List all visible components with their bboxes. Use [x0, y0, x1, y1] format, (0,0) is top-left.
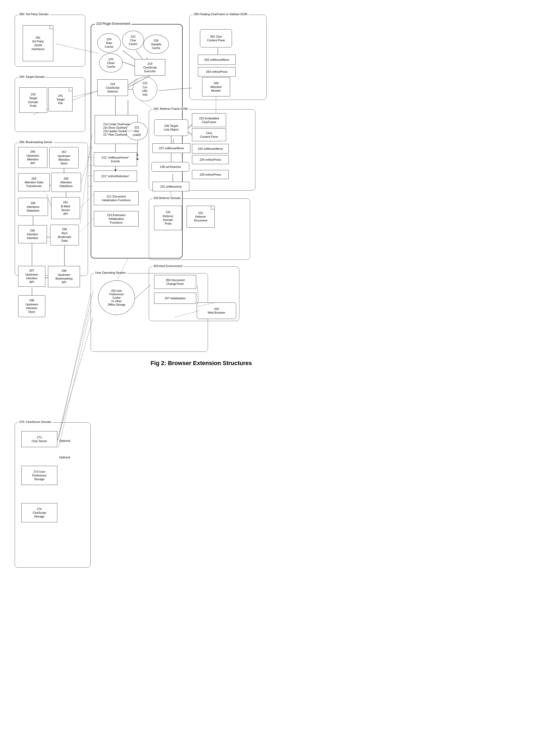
node-231-omou: 231 onMouseUp: [152, 182, 189, 191]
node-298: 298UpstreamIntentionStore: [18, 295, 45, 317]
node-266: 266UpstreamAttentionAPI: [18, 147, 47, 168]
node-218: 218ClueScriptSelector: [97, 79, 128, 96]
node-209: 209AttentionMonitor: [202, 77, 230, 97]
node-233: 233 onMouseMove: [192, 144, 229, 154]
node-299: 299UpstreamBookmarkingAPI: [48, 266, 80, 287]
referrer-domain-label: 230 Referrer Domain: [152, 197, 182, 200]
node-211: 211 DocumentInitialization Functions: [94, 191, 138, 205]
plugin-environment-label: 210 Plugin Environment: [95, 22, 131, 26]
node-239: 239 onKeyPress: [192, 170, 229, 179]
svg-line-22: [57, 317, 93, 440]
third-party-domain-label: 280: 3rd Party Domain: [18, 12, 50, 16]
node-294: 294IntentionsDatastore: [18, 198, 48, 216]
node-210-ext: 210 ExtensionInitialisationFunctions: [94, 211, 138, 227]
node-234: 234 onKeyPress: [192, 155, 229, 164]
node-241: 241TargetFile: [49, 87, 73, 111]
node-283: 283 onKeyPress: [198, 67, 236, 77]
node-213: 213 "onEndSelection": [94, 171, 137, 182]
node-231-ref: 231ReferrerDocument: [187, 206, 214, 228]
optional-label-2: Optional: [59, 456, 70, 459]
node-291: 291B.MarkServerAPI: [51, 197, 80, 219]
node-267: 267UpstreamAttentionStore: [49, 147, 79, 168]
node-204: 204 UserPreferencesCookieOr OtherOffline…: [98, 280, 135, 315]
node-296: 296RichBookmarkData: [50, 225, 79, 245]
node-226: 226VariableCache: [144, 35, 169, 54]
node-281-clue-content: 281 ClueContent Pane: [200, 29, 232, 47]
node-292: 292AttentionDataStore: [51, 173, 81, 192]
node-222: 222ClueCache: [122, 31, 144, 50]
node-207: 207 Initialisation: [154, 293, 196, 304]
node-233-ccp: ClueContent Pane: [192, 128, 226, 141]
node-282: 282 onMouseMove: [198, 55, 236, 65]
node-225: 225CleanCache: [99, 53, 123, 73]
node-236: 236 TargetLink Object: [154, 120, 188, 136]
node-219: 219ClueScriptExecutor: [135, 59, 165, 76]
node-273: 273 UserPreferenceStorage: [21, 466, 57, 485]
node-293: 293Attention DataTransformer: [18, 173, 50, 191]
clueserver-domain-label: 270: ClueServer Domain: [18, 420, 52, 423]
bookmarking-server-label: 290: Bookmarking Server: [18, 140, 53, 144]
node-232-emb: 232 EmbeddedClueFrame: [192, 113, 226, 127]
svg-line-21: [57, 290, 93, 440]
node-212: 212 "onMouseHover"Events: [94, 152, 137, 166]
node-223: 223CurURLInfo: [133, 77, 157, 101]
svg-line-56: [59, 293, 91, 439]
node-206: 206 DocumentChangeTimer: [154, 275, 196, 289]
node-238: 238 setTimeOut: [151, 162, 189, 172]
node-271: 271Clue Server: [21, 431, 57, 447]
target-domain-label: 240: Target Domain: [18, 75, 46, 78]
referrer-frame-dom-label: 235: Referrer Frame DOM: [152, 107, 188, 110]
node-295: 295IntentionInterface: [18, 225, 47, 243]
node-221: 221CurLinkID: [126, 122, 148, 140]
node-274: 274ClueScriptStorage: [21, 503, 57, 522]
user-os-label: User Operating System: [94, 271, 127, 274]
node-281: 2813rd PartyJSONInterfaces: [23, 25, 53, 61]
page-title: Fig 2: Browser Extension Structures: [145, 360, 257, 367]
node-237: 237 onMouseMove: [152, 144, 191, 153]
optional-label-1: Optional: [59, 439, 70, 442]
diagram-container: 280: 3rd Party Domain 240: Target Domain…: [0, 0, 558, 756]
node-232-ref: 232ReferrerDomainPrefs: [154, 206, 182, 230]
node-202: 202Web Browser: [197, 303, 236, 319]
node-297: 297UpstreamIntentionAPI: [18, 266, 45, 287]
node-224: 224RawCache: [97, 33, 121, 52]
node-242: 242TargetDomainPrefs: [19, 87, 47, 113]
host-env-label: 203:Host Environment: [152, 264, 183, 267]
floating-clueframe-label: 280 Floating ClueFrame or Sidebar DOM: [193, 12, 249, 16]
